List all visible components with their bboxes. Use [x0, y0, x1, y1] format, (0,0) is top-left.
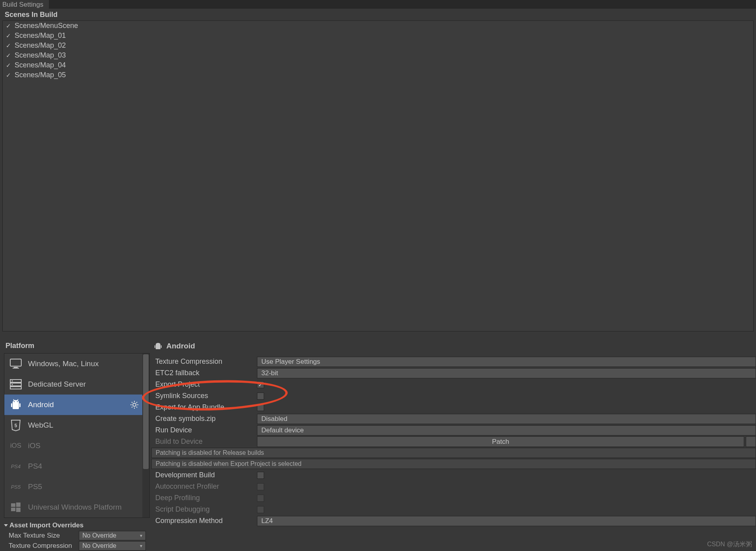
platform-item-webgl[interactable]: 5 WebGL: [4, 415, 142, 436]
script-debugging-label: Script Debugging: [151, 505, 257, 514]
scene-row[interactable]: ✓Scenes/Map_05: [3, 70, 753, 80]
svg-point-11: [17, 401, 18, 402]
patch-button[interactable]: Patch: [257, 436, 744, 447]
export-app-bundle-label: Export for App Bundle: [151, 403, 257, 411]
export-project-checkbox[interactable]: ✓: [257, 381, 264, 388]
svg-rect-24: [11, 503, 15, 507]
check-icon[interactable]: ✓: [6, 71, 12, 80]
svg-line-21: [136, 402, 137, 403]
create-symbols-label: Create symbols.zip: [151, 415, 257, 423]
scene-row[interactable]: ✓Scenes/Map_03: [3, 50, 753, 60]
run-device-label: Run Device: [151, 426, 257, 434]
deep-profiling-label: Deep Profiling: [151, 494, 257, 502]
ps5-icon: PS5: [8, 480, 23, 493]
tab-build-settings[interactable]: Build Settings: [0, 0, 49, 9]
gear-icon[interactable]: [130, 401, 138, 409]
platform-label: PS5: [28, 482, 42, 491]
scenes-list[interactable]: ✓Scenes/MenuScene ✓Scenes/Map_01 ✓Scenes…: [2, 20, 754, 331]
platform-label: Windows, Mac, Linux: [28, 359, 99, 368]
platform-label: Dedicated Server: [28, 380, 86, 389]
server-icon: [8, 378, 23, 391]
watermark: CSDN @汤米粥: [707, 540, 752, 549]
platform-item-ps4[interactable]: PS4 PS4: [4, 456, 142, 477]
texture-compression-override-dropdown[interactable]: No Override: [79, 541, 146, 551]
scrollbar[interactable]: [142, 354, 149, 517]
export-app-bundle-checkbox[interactable]: [257, 404, 264, 411]
check-icon[interactable]: ✓: [6, 41, 12, 50]
symlink-sources-label: Symlink Sources: [151, 392, 257, 400]
max-texture-size-dropdown[interactable]: No Override: [79, 531, 146, 540]
svg-line-22: [132, 407, 132, 408]
platform-item-dedicated-server[interactable]: Dedicated Server: [4, 374, 142, 395]
development-build-label: Development Build: [151, 471, 257, 479]
platform-item-windows[interactable]: Windows, Mac, Linux: [4, 354, 142, 374]
texture-compression-dropdown[interactable]: Use Player Settings: [257, 357, 756, 367]
platform-item-ps5[interactable]: PS5 PS5: [4, 477, 142, 497]
etc2-fallback-label: ETC2 fallback: [151, 369, 257, 377]
check-icon[interactable]: ✓: [6, 61, 12, 70]
windows-icon: [8, 501, 23, 514]
asset-import-overrides-header[interactable]: Asset Import Overrides: [4, 520, 150, 531]
platform-item-ios[interactable]: iOS iOS: [4, 436, 142, 456]
overrides-title-text: Asset Import Overrides: [9, 521, 84, 529]
development-build-checkbox[interactable]: [257, 472, 264, 479]
html5-icon: 5: [8, 419, 23, 432]
monitor-icon: [8, 357, 23, 370]
autoconnect-profiler-label: Autoconnect Profiler: [151, 482, 257, 491]
patching-note-2: Patching is disabled when Export Project…: [151, 459, 756, 469]
scene-path: Scenes/Map_01: [15, 31, 66, 40]
deep-profiling-checkbox[interactable]: [257, 495, 264, 502]
svg-rect-25: [16, 503, 20, 507]
platform-label: PS4: [28, 462, 42, 471]
selected-platform-title: Android: [151, 342, 756, 356]
scene-row[interactable]: ✓Scenes/Map_04: [3, 60, 753, 70]
platform-header: Platform: [4, 342, 150, 353]
scene-row[interactable]: ✓Scenes/Map_01: [3, 31, 753, 41]
ios-icon: iOS: [8, 439, 23, 452]
check-icon[interactable]: ✓: [6, 31, 12, 40]
svg-point-14: [133, 403, 136, 406]
svg-rect-5: [10, 387, 21, 389]
run-device-dropdown[interactable]: Default device: [257, 425, 756, 436]
svg-rect-0: [10, 359, 21, 366]
svg-rect-28: [155, 345, 155, 348]
svg-point-6: [12, 380, 13, 382]
etc2-fallback-dropdown[interactable]: 32-bit: [257, 368, 756, 378]
svg-rect-8: [11, 403, 12, 407]
scene-row[interactable]: ✓Scenes/MenuScene: [3, 21, 753, 31]
patch-dropdown-button[interactable]: [746, 436, 756, 447]
script-debugging-checkbox[interactable]: [257, 506, 264, 513]
svg-rect-29: [161, 345, 162, 348]
scenes-in-build-header: Scenes In Build: [0, 9, 756, 20]
max-texture-size-label: Max Texture Size: [9, 532, 79, 540]
selected-platform-name: Android: [166, 342, 195, 350]
texture-compression-label: Texture Compression: [151, 357, 257, 366]
svg-line-13: [17, 399, 18, 400]
svg-rect-27: [16, 508, 20, 512]
export-project-label: Export Project: [151, 380, 257, 389]
tab-bar: Build Settings: [0, 0, 756, 9]
scrollbar-thumb[interactable]: [143, 354, 149, 469]
symlink-sources-checkbox[interactable]: [257, 393, 264, 400]
texture-compression-override-label: Texture Compression: [9, 542, 79, 550]
platform-item-uwp[interactable]: Universal Windows Platform: [4, 497, 142, 517]
autoconnect-profiler-checkbox[interactable]: [257, 483, 264, 490]
create-symbols-dropdown[interactable]: Disabled: [257, 414, 756, 424]
svg-rect-1: [14, 367, 18, 368]
compression-method-dropdown[interactable]: LZ4: [257, 516, 756, 526]
platform-item-android[interactable]: Android: [4, 395, 142, 415]
scene-row[interactable]: ✓Scenes/Map_02: [3, 41, 753, 50]
svg-rect-9: [19, 403, 20, 407]
svg-point-7: [12, 384, 13, 385]
check-icon[interactable]: ✓: [6, 51, 12, 60]
scene-path: Scenes/Map_03: [15, 51, 66, 60]
platform-list: Windows, Mac, Linux Dedicated Server And…: [4, 353, 150, 518]
platform-label: WebGL: [28, 421, 53, 430]
svg-text:5: 5: [15, 423, 17, 428]
check-icon[interactable]: ✓: [6, 21, 12, 30]
platform-label: Universal Windows Platform: [28, 503, 122, 512]
android-icon: [8, 398, 23, 411]
compression-method-label: Compression Method: [151, 517, 257, 525]
svg-line-12: [13, 399, 14, 400]
scene-path: Scenes/Map_05: [15, 71, 66, 80]
